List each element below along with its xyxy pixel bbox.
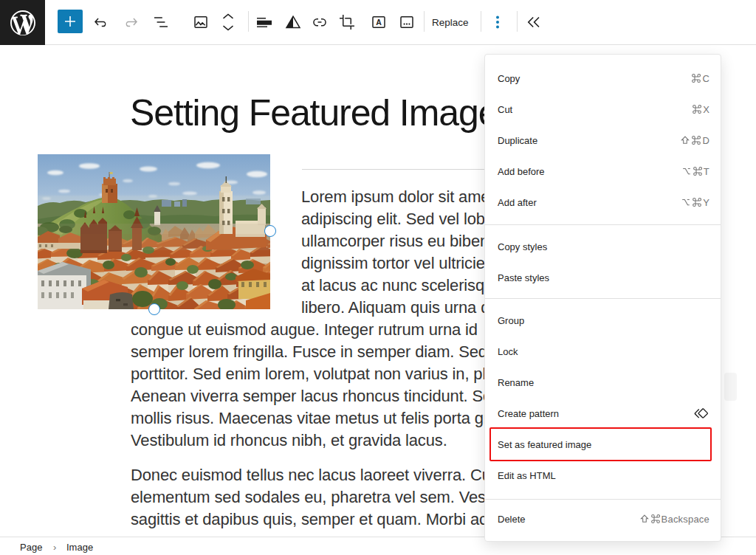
svg-text:A: A (376, 18, 382, 27)
